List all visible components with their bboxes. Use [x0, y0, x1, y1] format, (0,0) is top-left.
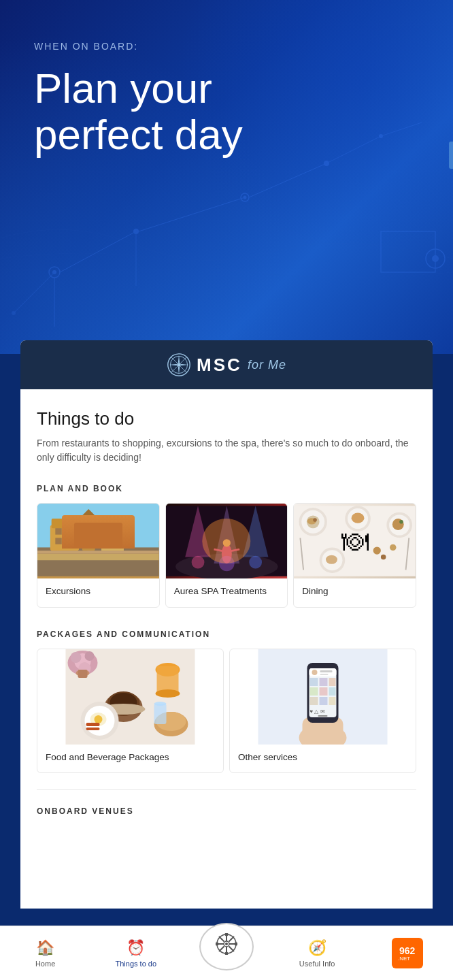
food-beverage-card-image	[37, 649, 223, 745]
svg-point-68	[381, 555, 386, 560]
svg-point-56	[314, 518, 318, 522]
content-area: Things to do From restaurants to shoppin…	[20, 389, 433, 909]
svg-point-18	[12, 311, 16, 315]
svg-point-59	[352, 513, 365, 523]
helm-icon	[216, 933, 237, 960]
svg-point-86	[156, 689, 180, 698]
spa-card-label: Aurea SPA Treatments	[166, 578, 288, 607]
svg-point-96	[154, 702, 167, 706]
section-divider	[37, 789, 416, 790]
svg-point-67	[373, 546, 381, 554]
svg-rect-110	[320, 687, 328, 696]
nav-things-to-do[interactable]: ⏰ Things to do	[109, 939, 163, 968]
nav-useful-label: Useful Info	[299, 960, 335, 968]
svg-rect-30	[82, 515, 95, 551]
svg-point-21	[177, 363, 180, 366]
msc-logo-text: MSC	[197, 355, 242, 376]
packages-label: PACKAGES AND COMMUNICATION	[37, 630, 416, 639]
compass-icon: 🧭	[308, 939, 326, 957]
svg-line-124	[219, 936, 224, 942]
svg-point-45	[222, 539, 230, 546]
svg-rect-35	[114, 535, 120, 540]
more-icon: 962 .NET	[392, 938, 423, 968]
svg-line-4	[139, 197, 245, 231]
svg-point-49	[219, 556, 235, 572]
svg-rect-109	[310, 687, 318, 696]
nav-useful-info[interactable]: 🧭 Useful Info	[290, 939, 344, 968]
svg-rect-79	[78, 670, 88, 678]
svg-rect-32	[85, 522, 93, 527]
hero-title: Plan your perfect day	[34, 65, 419, 158]
food-beverage-card[interactable]: Food and Beverage Packages	[37, 649, 224, 774]
svg-line-47	[227, 549, 239, 552]
msc-logo: MSC for Me	[167, 353, 286, 377]
other-services-card[interactable]: ♥ △ ✉ Other services	[229, 649, 416, 774]
svg-point-129	[224, 952, 228, 956]
svg-rect-91	[86, 723, 100, 726]
svg-point-69	[390, 544, 396, 551]
dining-card-label: Dining	[294, 578, 416, 607]
svg-point-131	[234, 943, 237, 946]
nav-center[interactable]	[199, 923, 254, 970]
svg-rect-114	[329, 697, 336, 705]
svg-rect-34	[107, 535, 112, 540]
svg-point-76	[85, 651, 95, 661]
svg-line-127	[219, 947, 224, 952]
nav-home[interactable]: 🏠 Home	[18, 939, 73, 968]
msc-logo-sub: for Me	[248, 358, 286, 372]
bottom-navigation: 🏠 Home ⏰ Things to do	[0, 926, 453, 980]
main-card: MSC for Me Things to do From restaurants…	[20, 340, 433, 909]
svg-line-7	[249, 163, 326, 197]
svg-rect-38	[37, 554, 159, 560]
svg-rect-25	[52, 519, 78, 528]
svg-rect-27	[65, 528, 71, 534]
other-services-label: Other services	[230, 745, 416, 773]
svg-point-6	[244, 196, 247, 199]
svg-rect-24	[50, 525, 79, 551]
packages-cards: Food and Beverage Packages	[37, 649, 416, 774]
svg-point-103	[312, 670, 318, 675]
dining-card[interactable]: Dining	[293, 503, 416, 608]
svg-rect-95	[154, 704, 167, 724]
svg-text:962: 962	[399, 945, 416, 956]
clock-icon: ⏰	[127, 939, 145, 957]
svg-point-90	[95, 715, 103, 723]
hero-title-line2: perfect day	[34, 111, 243, 158]
svg-point-63	[400, 520, 404, 524]
svg-line-46	[214, 549, 227, 552]
food-beverage-label: Food and Beverage Packages	[37, 745, 223, 773]
things-to-do-desc: From restaurants to shopping, excursions…	[37, 436, 416, 465]
other-services-card-image: ♥ △ ✉	[230, 649, 416, 745]
svg-point-44	[221, 544, 231, 564]
svg-rect-107	[320, 678, 328, 686]
svg-point-13	[432, 255, 439, 262]
svg-text:.NET: .NET	[398, 956, 410, 962]
svg-point-48	[191, 556, 204, 569]
svg-rect-104	[320, 670, 333, 672]
svg-point-119	[225, 943, 228, 945]
svg-line-126	[229, 936, 234, 942]
excursions-card[interactable]: Excursions	[37, 503, 160, 608]
nav-more[interactable]: 962 .NET	[380, 938, 435, 968]
svg-point-75	[71, 652, 82, 663]
svg-rect-36	[37, 551, 159, 554]
svg-point-66	[326, 555, 337, 564]
nav-things-label: Things to do	[116, 960, 157, 968]
svg-point-128	[224, 933, 228, 936]
svg-rect-11	[381, 231, 435, 272]
spa-card[interactable]: Aurea SPA Treatments	[165, 503, 288, 608]
things-to-do-heading: Things to do	[37, 408, 416, 429]
nav-home-label: Home	[35, 960, 55, 968]
svg-rect-33	[101, 532, 124, 551]
svg-rect-113	[320, 697, 328, 705]
svg-rect-108	[329, 678, 336, 686]
svg-rect-26	[55, 528, 61, 534]
excursions-card-label: Excursions	[37, 578, 159, 607]
svg-point-130	[216, 943, 219, 946]
svg-point-3	[133, 229, 139, 234]
svg-text:♥ △ ✉: ♥ △ ✉	[310, 708, 325, 715]
svg-rect-111	[329, 687, 336, 696]
plan-book-cards: Excursions	[37, 503, 416, 608]
right-accent-decoration	[449, 142, 453, 169]
svg-rect-112	[310, 697, 318, 705]
